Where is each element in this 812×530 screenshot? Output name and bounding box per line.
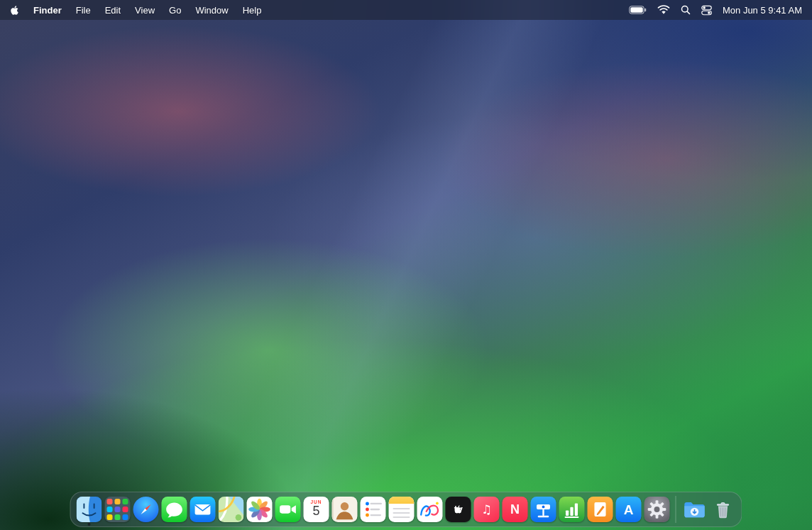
music-note-glyph: ♫ [481, 504, 492, 516]
apple-menu[interactable] [10, 5, 19, 16]
freeform-icon [417, 497, 443, 522]
tv-logo-text: tv [454, 504, 462, 514]
dock-item-launchpad[interactable] [105, 497, 131, 522]
dock-item-facetime[interactable] [275, 497, 301, 522]
dock-item-tv[interactable]: tv [446, 497, 471, 522]
music-icon: ♫ [474, 497, 500, 522]
photos-icon [247, 497, 273, 522]
dock-item-messages[interactable] [162, 497, 187, 522]
numbers-icon [559, 497, 585, 522]
battery-icon[interactable] [629, 6, 647, 14]
menu-item-go[interactable]: Go [169, 5, 181, 16]
dock-item-maps[interactable] [219, 497, 244, 522]
dock-item-safari[interactable] [133, 497, 159, 522]
dock-item-reminders[interactable] [361, 497, 386, 522]
wifi-icon[interactable] [657, 5, 670, 15]
news-letter-glyph: N [510, 503, 520, 516]
launchpad-icon [105, 497, 131, 522]
wallpaper-highlight [0, 0, 812, 530]
facetime-icon [275, 497, 301, 522]
calendar-icon: JUN 5 [304, 497, 329, 522]
search-icon[interactable] [681, 5, 691, 15]
dock-item-mail[interactable] [190, 497, 216, 522]
menu-bar: Finder File Edit View Go Window Help [0, 0, 812, 20]
menu-bar-clock[interactable]: Mon Jun 5 9:41 AM [723, 5, 802, 16]
menu-item-edit[interactable]: Edit [105, 5, 121, 16]
dock-item-pages[interactable] [588, 497, 613, 522]
keynote-icon [531, 497, 556, 522]
menu-item-view[interactable]: View [135, 5, 155, 16]
app-store-letter-glyph: A [624, 503, 634, 517]
maps-icon [219, 497, 244, 522]
apple-logo-icon [10, 5, 19, 16]
dock-item-news[interactable]: N [503, 497, 528, 522]
menu-bar-left: Finder File Edit View Go Window Help [10, 5, 261, 16]
tv-icon: tv [446, 497, 471, 522]
mail-icon [190, 497, 216, 522]
dock-item-notes[interactable] [389, 497, 415, 522]
finder-icon [77, 497, 102, 522]
desktop: Finder File Edit View Go Window Help [0, 0, 812, 530]
dock-item-system-settings[interactable] [644, 497, 670, 522]
messages-icon [162, 497, 187, 522]
app-store-icon: A [616, 497, 642, 522]
system-settings-icon [644, 497, 670, 522]
dock-item-music[interactable]: ♫ [474, 497, 500, 522]
notes-icon [389, 497, 415, 522]
calendar-day: 5 [304, 504, 329, 519]
menu-item-help[interactable]: Help [243, 5, 262, 16]
menu-item-window[interactable]: Window [195, 5, 228, 16]
dock-item-calendar[interactable]: JUN 5 [304, 497, 329, 522]
dock-item-trash[interactable] [710, 497, 736, 522]
dock-divider [676, 496, 676, 523]
dock-item-freeform[interactable] [417, 497, 443, 522]
dock-item-photos[interactable] [247, 497, 273, 522]
trash-icon [710, 497, 736, 522]
contacts-icon [332, 497, 358, 522]
menu-item-file[interactable]: File [76, 5, 91, 16]
downloads-folder-icon [682, 497, 708, 522]
safari-icon [133, 497, 159, 522]
news-icon: N [503, 497, 528, 522]
pages-icon [588, 497, 613, 522]
dock: JUN 5 [70, 492, 742, 527]
dock-item-downloads[interactable] [682, 497, 708, 522]
dock-item-app-store[interactable]: A [616, 497, 642, 522]
reminders-icon [361, 497, 386, 522]
running-indicator [88, 523, 91, 526]
menu-bar-status: Mon Jun 5 9:41 AM [629, 5, 802, 16]
dock-item-keynote[interactable] [531, 497, 556, 522]
menu-item-finder[interactable]: Finder [33, 5, 62, 16]
dock-item-numbers[interactable] [559, 497, 585, 522]
dock-item-finder[interactable] [77, 497, 102, 522]
dock-item-contacts[interactable] [332, 497, 358, 522]
control-center-icon[interactable] [701, 5, 712, 16]
